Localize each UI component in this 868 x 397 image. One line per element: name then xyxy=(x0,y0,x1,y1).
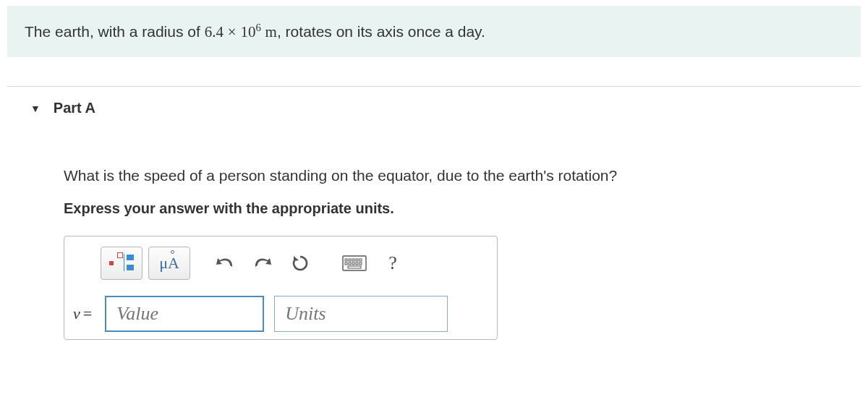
svg-rect-4 xyxy=(356,259,358,261)
variable-label: v= xyxy=(72,304,95,323)
keyboard-icon xyxy=(342,255,367,271)
radius-exponent: 6 xyxy=(255,22,260,33)
caret-down-icon: ▼ xyxy=(30,103,41,114)
svg-rect-10 xyxy=(359,262,362,265)
radius-unit: m xyxy=(265,23,277,40)
svg-rect-2 xyxy=(349,259,351,261)
svg-rect-7 xyxy=(349,262,351,265)
redo-icon xyxy=(253,255,272,271)
svg-rect-3 xyxy=(352,259,354,261)
mu-a-icon: μA xyxy=(159,254,179,273)
problem-statement: The earth, with a radius of 6.4 × 106 m,… xyxy=(7,6,861,57)
problem-suffix: , rotates on its axis once a day. xyxy=(277,23,485,40)
svg-rect-8 xyxy=(352,262,354,265)
help-icon: ? xyxy=(388,252,397,274)
units-input[interactable] xyxy=(274,296,448,332)
reset-button[interactable] xyxy=(284,247,316,280)
svg-rect-5 xyxy=(359,259,362,261)
keyboard-button[interactable] xyxy=(338,247,371,280)
problem-prefix: The earth, with a radius of xyxy=(25,23,205,40)
templates-icon xyxy=(107,252,136,274)
answer-instruction: Express your answer with the appropriate… xyxy=(64,200,868,217)
value-input[interactable] xyxy=(105,296,264,332)
undo-icon xyxy=(216,255,234,271)
svg-rect-9 xyxy=(356,262,358,265)
radius-base: 10 xyxy=(240,23,255,40)
answer-toolbar: μA xyxy=(101,247,461,280)
part-a-body: What is the speed of a person standing o… xyxy=(0,131,868,340)
redo-button[interactable] xyxy=(247,247,278,280)
times-symbol: × xyxy=(228,23,237,40)
svg-rect-11 xyxy=(348,266,361,268)
svg-rect-6 xyxy=(345,262,347,265)
undo-button[interactable] xyxy=(209,247,241,280)
part-label: Part A xyxy=(54,100,95,116)
reset-icon xyxy=(291,254,310,273)
question-text: What is the speed of a person standing o… xyxy=(64,167,868,184)
part-a-header[interactable]: ▼ Part A xyxy=(0,87,868,131)
help-button[interactable]: ? xyxy=(377,247,409,280)
templates-button[interactable] xyxy=(101,247,142,280)
radius-coeff: 6.4 xyxy=(205,23,224,40)
answer-input-row: v= xyxy=(64,290,497,339)
answer-widget: μA xyxy=(64,236,498,340)
units-picker-button[interactable]: μA xyxy=(148,247,190,280)
svg-rect-1 xyxy=(345,259,347,261)
